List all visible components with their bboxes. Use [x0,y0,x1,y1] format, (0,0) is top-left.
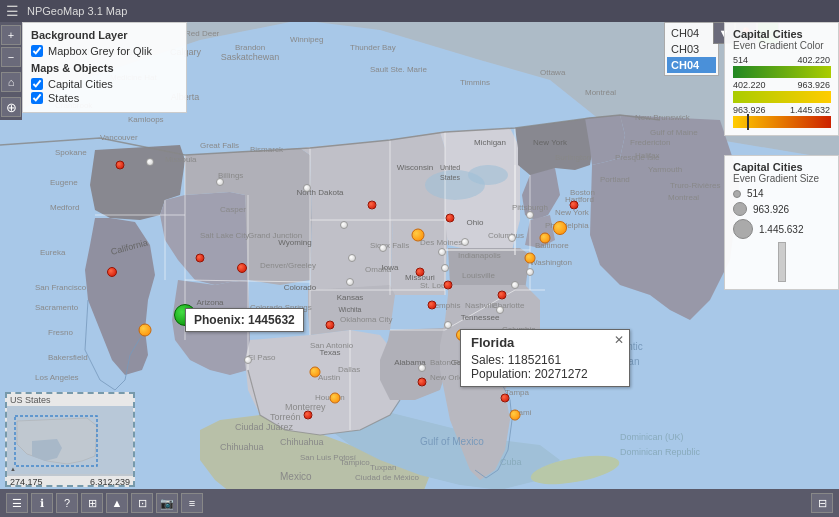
city-dot-bismarck[interactable] [303,184,311,192]
bottom-box-button[interactable]: ⊡ [131,493,153,513]
city-dot-tampa[interactable] [501,394,510,403]
legend-scroll[interactable] [778,242,786,282]
city-dot-new-york[interactable] [553,221,567,235]
city-dot-dallas[interactable] [310,367,321,378]
bottom-list-button[interactable]: ≡ [181,493,203,513]
city-dot-charlotte[interactable] [498,291,507,300]
city-dot-nashville[interactable] [444,281,453,290]
svg-text:Vancouver: Vancouver [100,133,138,142]
select-button[interactable]: ⊕ [1,97,21,117]
city-dot-kansas-city[interactable] [346,278,354,286]
svg-text:Louisville: Louisville [462,271,495,280]
svg-text:Denver/Greeley: Denver/Greeley [260,261,316,270]
city-dot-birmingham[interactable] [444,321,452,329]
city-dot-san-francisco[interactable] [107,267,117,277]
legend-size: Capital Cities Even Gradient Size 514 96… [724,155,839,290]
city-dot-san-antonio[interactable] [304,411,313,420]
gradient-bar-3 [733,116,831,128]
legend-val6: 1.445.632 [790,105,830,115]
city-dot-oklahoma[interactable] [326,321,335,330]
svg-text:Great Falls: Great Falls [200,141,239,150]
bottom-help-button[interactable]: ? [56,493,78,513]
ch04-option-1[interactable]: CH04 [667,25,716,41]
svg-text:Philadelphia: Philadelphia [545,221,589,230]
legend-val1: 514 [733,55,748,65]
tooltip-florida-sales: Sales: 11852161 [471,353,619,367]
city-dot-boston[interactable] [570,201,579,210]
bottom-up-button[interactable]: ▲ [106,493,128,513]
svg-text:Winnipeg: Winnipeg [290,35,323,44]
city-dot-buffalo[interactable] [526,211,534,219]
gradient-bar-2 [733,91,831,103]
city-dot-detroit[interactable] [446,214,455,223]
city-dot-raleigh[interactable] [511,281,519,289]
city-dot-miami[interactable] [510,410,521,421]
zoom-out-button[interactable]: − [1,47,21,67]
city-dot-philadelphia[interactable] [540,233,551,244]
svg-text:Ciudad de México: Ciudad de México [355,473,420,482]
city-dot-louisville[interactable] [441,264,449,272]
svg-text:Ottawa: Ottawa [540,68,566,77]
ch-selector: CH04 CH03 CH04 [664,22,719,76]
states-checkbox[interactable] [31,92,43,104]
tooltip-florida-population: Population: 20271272 [471,367,619,381]
city-dot-new-orleans[interactable] [418,378,427,387]
bg-layer-checkbox[interactable] [31,45,43,57]
city-dot-indianapolis[interactable] [438,248,446,256]
svg-text:New Brunswick: New Brunswick [635,113,691,122]
city-dot-minneapolis[interactable] [368,201,377,210]
city-dot-seattle[interactable] [116,161,125,170]
svg-text:Salt Lake City: Salt Lake City [200,231,249,240]
svg-text:Montréal: Montréal [585,88,616,97]
svg-text:Mexico: Mexico [280,471,312,482]
city-dot-billings[interactable] [216,178,224,186]
city-dot-washington[interactable] [525,253,536,264]
size-item-2: 963.926 [733,202,830,216]
legend-val3: 402.220 [733,80,766,90]
ch03-option[interactable]: CH03 [667,41,716,57]
states-label: States [48,92,79,104]
city-dot-spokane[interactable] [146,158,154,166]
city-dot-memphis[interactable] [428,301,437,310]
city-dot-los-angeles[interactable] [139,324,152,337]
bottom-info-button[interactable]: ℹ [31,493,53,513]
bottom-camera-button[interactable]: 📷 [156,493,178,513]
city-dot-salt-lake[interactable] [196,254,205,263]
home-button[interactable]: ⌂ [1,72,21,92]
svg-text:Medford: Medford [50,203,79,212]
city-dot-baton-rouge[interactable] [418,364,426,372]
bottom-menu-button[interactable]: ☰ [6,493,28,513]
city-dot-columbia[interactable] [496,306,504,314]
objects-section: Maps & Objects Capital Cities States [31,62,178,104]
city-dot-stlouis[interactable] [416,268,425,277]
size-circle-3 [733,219,753,239]
toolbar-left: + − ⌂ ⊕ [0,22,22,120]
city-dot-sioux-falls[interactable] [340,221,348,229]
city-dot-omaha[interactable] [348,254,356,262]
city-dot-pittsburgh[interactable] [508,234,516,242]
tooltip-florida-close[interactable]: ✕ [614,333,624,347]
size-label-1: 514 [747,188,764,199]
bottom-grid-button[interactable]: ⊞ [81,493,103,513]
tooltip-florida: ✕ Florida Sales: 11852161 Population: 20… [460,329,630,387]
svg-text:Ohio: Ohio [467,218,484,227]
svg-text:Bakersfield: Bakersfield [48,353,88,362]
city-dot-el-paso[interactable] [244,356,252,364]
bottom-layers-button[interactable]: ⊟ [811,493,833,513]
capital-cities-checkbox[interactable] [31,78,43,90]
city-dot-richmond[interactable] [526,268,534,276]
ch04-option-2[interactable]: CH04 [667,57,716,73]
svg-text:Torreón: Torreón [270,412,301,422]
zoom-in-button[interactable]: + [1,25,21,45]
legend-val5: 963.926 [733,105,766,115]
city-dot-chicago[interactable] [412,229,425,242]
size-label-2: 963.926 [753,204,789,215]
mini-map-inner: ▲ [7,406,133,476]
legend-val4: 963.926 [797,80,830,90]
city-dot-denver[interactable] [237,263,247,273]
city-dot-houston[interactable] [330,393,341,404]
city-dot-des-moines[interactable] [379,244,387,252]
hamburger-icon[interactable]: ☰ [6,3,19,19]
city-dot-columbus[interactable] [461,238,469,246]
mini-map-svg: ▲ [7,406,133,474]
